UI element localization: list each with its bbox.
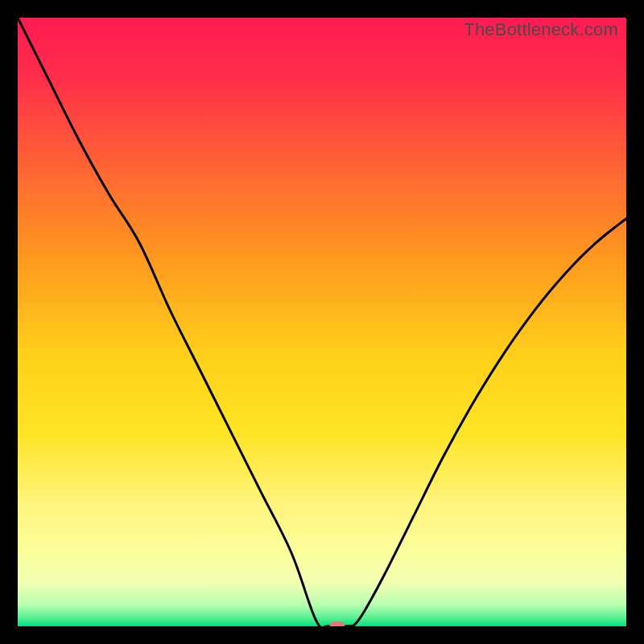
chart-svg [18,18,626,626]
gradient-background [18,18,626,626]
plot-area: TheBottleneck.com [18,18,626,626]
watermark-label: TheBottleneck.com [464,19,618,40]
marker-dot [330,621,345,626]
chart-frame: TheBottleneck.com [0,0,644,644]
